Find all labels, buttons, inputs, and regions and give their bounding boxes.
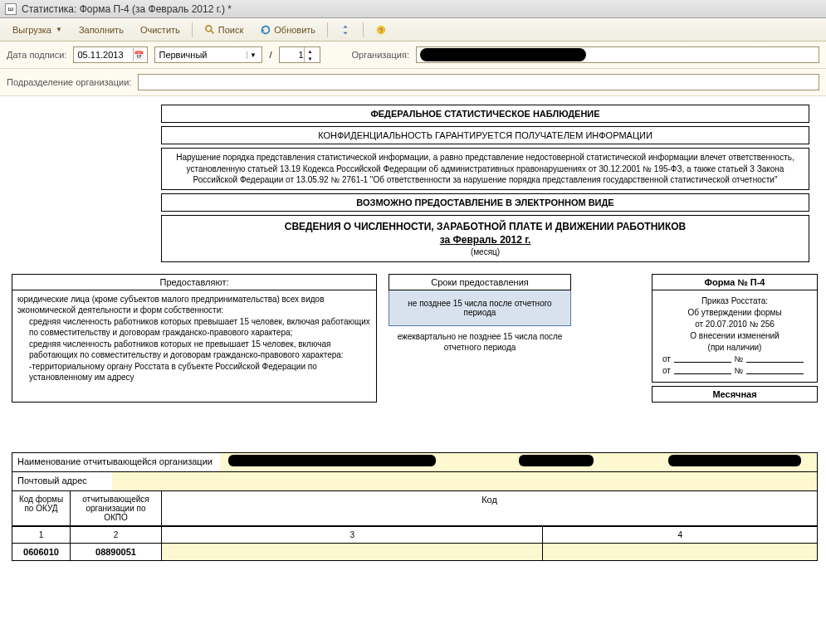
col-3: 3 [162,527,543,543]
org-name-label: Наименование отчитывающейся организации [12,453,220,471]
provide-p3: средняя численность работников которых н… [17,339,371,361]
form-l3: от 20.07.2010 № 256 [656,319,814,330]
code-4-value[interactable] [543,544,817,560]
svg-text:?: ? [379,26,384,34]
form-l4: О внесении изменений [656,330,814,342]
help-button[interactable]: ? [368,21,394,39]
redacted-content [228,455,436,466]
deadline-header: Сроки предоставления [389,274,571,290]
search-button[interactable]: Поиск [197,21,251,39]
refresh-button[interactable]: Обновить [252,21,323,39]
upload-label: Выгрузка [12,25,51,35]
postal-addr-value[interactable] [112,472,817,490]
code-value-row: 0606010 08890051 [12,544,817,560]
col-4: 4 [543,527,817,543]
clear-button[interactable]: Очистить [133,22,188,38]
form-periodicity: Месячная [652,386,818,402]
doc-warning: Нарушение порядка представления статисти… [161,148,809,190]
redacted-content [668,455,801,466]
okpo-header: отчитывающейся организации по ОКПО [71,491,162,526]
expand-button[interactable] [332,21,359,39]
mid-section: Предоставляют: юридические лица (кроме с… [12,274,818,402]
postal-addr-row: Почтовый адрес [12,472,817,491]
search-icon [204,24,216,36]
date-sign-input[interactable] [77,50,133,60]
form-l5: (при наличии) [656,342,814,354]
doc-title-3: (месяц) [170,247,800,256]
col-1: 1 [12,527,71,543]
fill-button[interactable]: Заполнить [71,22,131,38]
expand-icon [340,24,351,36]
provide-p1: юридические лица (кроме субъектов малого… [17,294,371,316]
form-row-2: Подразделение организации: [0,69,826,96]
search-label: Поиск [218,25,243,35]
redacted-content [420,48,586,61]
redacted-content [519,455,594,466]
col-2: 2 [71,527,162,543]
help-icon: ? [375,24,387,36]
refresh-icon [260,24,271,36]
provide-p4: -территориальному органу Росстата в субъ… [17,361,371,383]
chevron-down-icon: ▼ [56,26,62,33]
spin-up-icon[interactable]: ▲ [305,47,316,55]
date-sign-field[interactable]: 📅 [73,46,148,63]
form-l2: Об утверждении формы [656,307,814,319]
subdiv-field[interactable] [138,74,819,90]
code-header-row: Код формы по ОКУД отчитывающейся организ… [12,491,817,527]
doc-electronic: ВОЗМОЖНО ПРЕДОСТАВЛЕНИЕ В ЭЛЕКТРОННОМ ВИ… [161,193,809,212]
refresh-label: Обновить [274,25,315,35]
window-titlebar: ш Статистика: Форма П-4 (за Февраль 2012… [0,0,826,18]
provide-header: Предоставляют: [12,275,376,290]
ot-row-2: от№ [656,365,814,377]
form-info-body: Приказ Росстата: Об утверждении формы от… [652,290,818,383]
subdiv-label: Подразделение организации: [7,77,131,87]
doc-title-2: за Февраль 2012 г. [170,234,800,246]
type-value: Первичный [159,50,247,60]
provide-body: юридические лица (кроме субъектов малого… [12,290,376,387]
code-3-value[interactable] [162,544,543,560]
doc-title-box: СВЕДЕНИЯ О ЧИСЛЕННОСТИ, ЗАРАБОТНОЙ ПЛАТЕ… [161,215,809,262]
chevron-down-icon[interactable]: ▼ [247,51,258,59]
okud-header: Код формы по ОКУД [12,491,71,526]
subdiv-input[interactable] [142,77,815,87]
form-row-1: Дата подписи: 📅 Первичный ▼ / ▲ ▼ Органи… [0,41,826,69]
okpo-value: 08890051 [71,544,162,560]
date-sign-label: Дата подписи: [7,50,66,60]
separator [327,22,328,37]
separator [192,22,193,37]
okud-value: 0606010 [12,544,71,560]
window-title: Статистика: Форма П-4 (за Февраль 2012 г… [22,3,232,15]
bottom-table: Наименование отчитывающейся организации … [12,452,818,561]
deadline-column: Сроки предоставления не позднее 15 числа… [389,274,571,402]
org-name-value[interactable] [220,453,817,471]
col-num-row: 1 2 3 4 [12,527,817,544]
form-l1: Приказ Росстата: [656,295,814,307]
doc-header-1: ФЕДЕРАЛЬНОЕ СТАТИСТИЧЕСКОЕ НАБЛЮДЕНИЕ [161,105,809,123]
svg-line-1 [211,30,214,33]
form-number-header: Форма № П-4 [652,274,818,290]
org-name-row: Наименование отчитывающейся организации [12,453,817,472]
org-label: Организация: [352,50,409,60]
toolbar: Выгрузка ▼ Заполнить Очистить Поиск Обно… [0,18,826,41]
form-info-column: Форма № П-4 Приказ Росстата: Об утвержде… [652,274,818,402]
deadline-sub: ежеквартально не позднее 15 числа после … [389,326,571,358]
separator [363,22,364,37]
provide-p2: средняя численность работников которых п… [17,316,371,339]
spin-down-icon[interactable]: ▼ [305,55,316,62]
upload-button[interactable]: Выгрузка ▼ [5,22,70,38]
type-select[interactable]: Первичный ▼ [154,46,262,63]
ot-row-1: от№ [656,354,814,365]
number-input[interactable] [283,50,304,60]
deadline-highlighted[interactable]: не позднее 15 числа после отчетного пери… [389,290,571,326]
app-icon: ш [5,3,17,15]
number-field[interactable]: ▲ ▼ [279,46,320,63]
slash-label: / [269,50,271,60]
doc-title-1: СВЕДЕНИЯ О ЧИСЛЕННОСТИ, ЗАРАБОТНОЙ ПЛАТЕ… [170,221,800,232]
code-header: Код [162,491,817,526]
doc-header-2: КОНФИДЕНЦИАЛЬНОСТЬ ГАРАНТИРУЕТСЯ ПОЛУЧАТ… [161,126,809,144]
org-field[interactable] [416,46,819,63]
provide-column: Предоставляют: юридические лица (кроме с… [12,274,377,402]
svg-point-0 [206,25,212,31]
calendar-icon[interactable]: 📅 [133,48,144,61]
document-area: ФЕДЕРАЛЬНОЕ СТАТИСТИЧЕСКОЕ НАБЛЮДЕНИЕ КО… [0,96,826,569]
